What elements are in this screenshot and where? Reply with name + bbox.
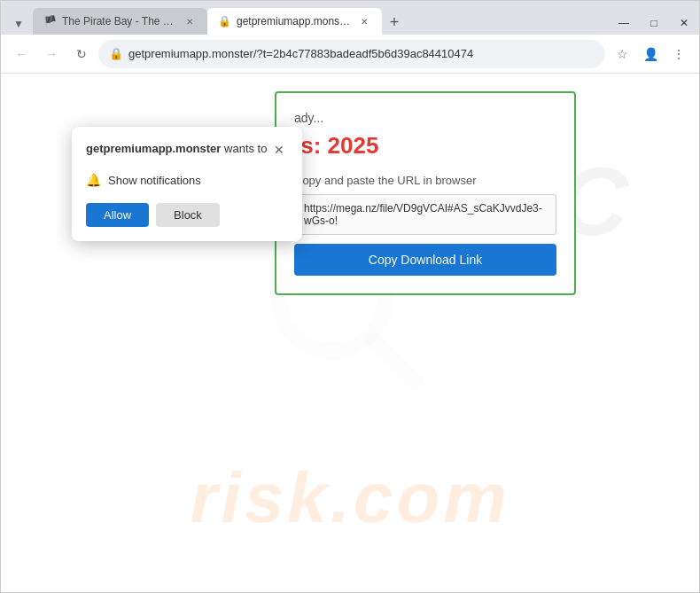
back-button[interactable]: ← [8,41,35,67]
forward-button[interactable]: → [38,41,65,67]
main-content-box: ady... is: 2025 Copy and paste the URL i… [275,91,576,295]
maximize-button[interactable]: □ [642,12,665,35]
bookmark-button[interactable]: ☆ [609,41,635,67]
close-button[interactable]: ✕ [673,12,696,35]
tab2-label: getpremiumapp.monster/?t=2... [237,15,352,27]
popup-site-name: getpremiumapp.monster [86,142,221,155]
popup-notification-row: 🔔 Show notifications [86,169,288,191]
svg-line-1 [372,338,416,382]
tab2-favicon: 🔒 [218,15,231,27]
tab2-close-button[interactable]: ✕ [357,14,371,28]
tab-list-button[interactable]: ▼ [8,13,29,35]
tab-bar: ▼ 🏴 The Pirate Bay - The galaxy's m ✕ 🔒 … [1,1,699,35]
block-button[interactable]: Block [156,203,220,227]
year-display: is: 2025 [294,132,556,160]
navigation-bar: ← → ↻ 🔒 getpremiumapp.monster/?t=2b4c778… [1,35,699,74]
page-content: risk.com PC ady... is: 2025 Copy and pas… [1,74,699,592]
tab-getpremium[interactable]: 🔒 getpremiumapp.monster/?t=2... ✕ [207,8,382,35]
minimize-button[interactable]: — [612,12,635,35]
tab1-close-button[interactable]: ✕ [183,14,197,28]
popup-header: getpremiumapp.monster wants to ✕ [86,141,288,159]
risk-watermark: risk.com [190,457,509,539]
download-url-field[interactable]: https://mega.nz/file/VD9gVCAI#AS_sCaKJvv… [294,194,556,235]
tab-piratebay[interactable]: 🏴 The Pirate Bay - The galaxy's m ✕ [33,8,207,35]
popup-title: getpremiumapp.monster wants to [86,141,267,157]
refresh-button[interactable]: ↻ [68,41,95,67]
popup-close-button[interactable]: ✕ [270,141,288,159]
browser-window: ▼ 🏴 The Pirate Bay - The galaxy's m ✕ 🔒 … [0,0,700,593]
popup-wants-text: wants to [221,142,267,155]
notification-permission-popup: getpremiumapp.monster wants to ✕ 🔔 Show … [72,127,302,241]
address-bar[interactable]: 🔒 getpremiumapp.monster/?t=2b4c77883bade… [98,40,605,68]
allow-button[interactable]: Allow [86,203,149,227]
show-notifications-label: Show notifications [108,174,201,187]
nav-actions: ☆ 👤 ⋮ [609,41,692,67]
tab1-favicon: 🏴 [43,15,57,27]
loading-text: ady... [294,111,556,125]
bell-icon: 🔔 [86,173,101,187]
menu-button[interactable]: ⋮ [665,41,692,67]
window-controls: — □ ✕ [612,12,696,35]
address-favicon: 🔒 [109,47,123,60]
address-text: getpremiumapp.monster/?t=2b4c77883badead… [128,47,595,60]
new-tab-button[interactable]: + [382,10,407,35]
instruction-text: Copy and paste the URL in browser [294,174,556,187]
copy-download-link-button[interactable]: Copy Download Link [294,244,556,276]
popup-actions: Allow Block [86,203,288,227]
tab1-label: The Pirate Bay - The galaxy's m [62,15,177,27]
profile-button[interactable]: 👤 [637,41,664,67]
